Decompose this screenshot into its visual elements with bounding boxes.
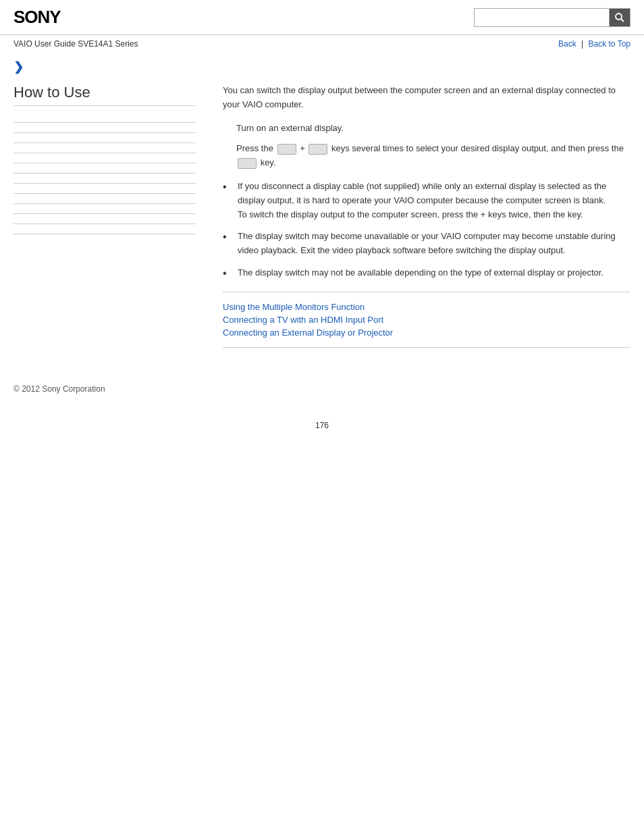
copyright-text: © 2012 Sony Corporation [14, 384, 105, 394]
footer: © 2012 Sony Corporation [0, 371, 644, 407]
related-link-3[interactable]: Connecting an External Display or Projec… [223, 328, 630, 338]
list-item[interactable] [14, 143, 196, 153]
step-1-block: Turn on an external display. [223, 122, 630, 136]
sidebar: How to Use [14, 84, 209, 357]
list-item[interactable] [14, 224, 196, 234]
list-item[interactable] [14, 174, 196, 184]
page-number: 176 [0, 407, 644, 444]
page-header: SONY [0, 0, 644, 35]
note-item-3: • The display switch may not be availabl… [223, 266, 630, 282]
guide-title: VAIO User Guide SVE14A1 Series [14, 39, 138, 49]
step2-middle: keys several times to select your desire… [331, 143, 624, 153]
search-input[interactable] [474, 8, 609, 27]
key-enter [238, 158, 257, 169]
sony-logo: SONY [14, 7, 61, 28]
list-item[interactable] [14, 133, 196, 143]
bullet-icon-3: • [223, 265, 234, 282]
list-item[interactable] [14, 194, 196, 204]
list-item[interactable] [14, 163, 196, 174]
related-links: Using the Multiple Monitors Function Con… [223, 302, 630, 338]
notes-section: • If you disconnect a display cable (not… [223, 180, 630, 282]
list-item[interactable] [14, 214, 196, 224]
related-link-1[interactable]: Using the Multiple Monitors Function [223, 302, 630, 312]
bullet-icon-2: • [223, 228, 234, 246]
list-item[interactable] [14, 123, 196, 133]
nav-links: Back | Back to Top [558, 39, 630, 49]
breadcrumb-area: ❯ [0, 53, 644, 77]
content-intro: You can switch the display output betwee… [223, 84, 630, 112]
svg-line-1 [621, 19, 624, 22]
step2-plus: + [300, 143, 305, 153]
main-layout: How to Use You can switch the display ou… [0, 77, 644, 371]
step-1-text: Turn on an external display. [236, 122, 630, 136]
note-item-2: • The display switch may become unavaila… [223, 230, 630, 258]
search-button[interactable] [609, 8, 630, 27]
list-item[interactable] [14, 204, 196, 214]
step-2-text: Press the + keys several times to select… [236, 142, 630, 170]
note-text-1: If you disconnect a display cable (not s… [238, 180, 630, 221]
step-2-block: Press the + keys several times to select… [223, 142, 630, 170]
note-text-2: The display switch may become unavailabl… [238, 230, 630, 258]
list-item[interactable] [14, 153, 196, 163]
back-link[interactable]: Back [558, 39, 576, 49]
search-icon [614, 12, 625, 23]
step2-suffix: key. [261, 157, 276, 167]
list-item[interactable] [14, 184, 196, 194]
breadcrumb-chevron-icon: ❯ [14, 60, 24, 74]
search-area [474, 8, 630, 27]
related-link-2[interactable]: Connecting a TV with an HDMI Input Port [223, 315, 630, 325]
nav-bar: VAIO User Guide SVE14A1 Series Back | Ba… [0, 35, 644, 53]
divider [223, 292, 630, 292]
key-f7 [308, 144, 327, 155]
bullet-icon-1: • [223, 178, 234, 196]
nav-separator: | [581, 39, 583, 49]
sidebar-title: How to Use [14, 84, 196, 106]
divider-bottom [223, 347, 630, 348]
svg-point-0 [616, 14, 622, 20]
key-fn [277, 144, 296, 155]
note-item-1: • If you disconnect a display cable (not… [223, 180, 630, 221]
content-area: You can switch the display output betwee… [209, 84, 630, 357]
list-item[interactable] [14, 113, 196, 123]
note-text-3: The display switch may not be available … [238, 266, 630, 280]
step2-prefix: Press the [236, 143, 273, 153]
back-to-top-link[interactable]: Back to Top [589, 39, 630, 49]
